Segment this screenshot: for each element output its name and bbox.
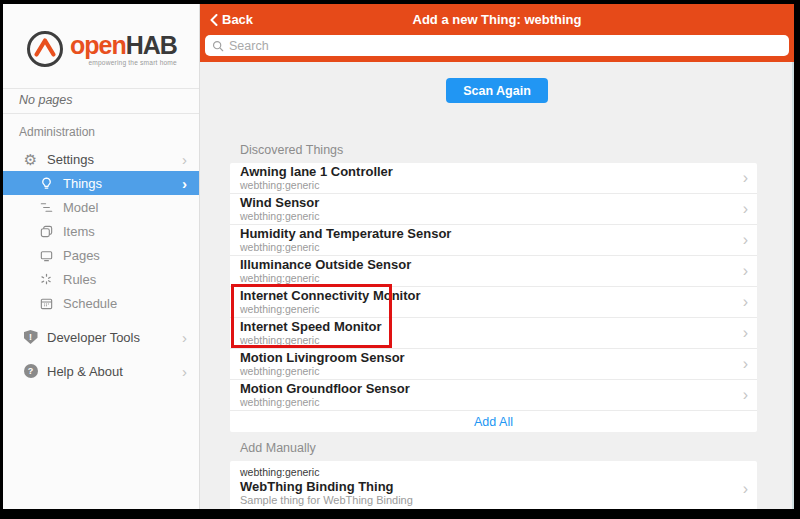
- sidebar-item-developer-tools[interactable]: ! Developer Tools ›: [3, 325, 199, 349]
- chevron-right-icon: ›: [743, 170, 748, 186]
- discovered-things-list: Awning lane 1 Controller webthing:generi…: [230, 163, 757, 432]
- discovered-thing-row[interactable]: Internet Connectivity Monitor webthing:g…: [230, 287, 757, 318]
- thing-title: WebThing Binding Thing: [240, 479, 727, 494]
- logo-tagline: empowering the smart home: [70, 59, 177, 66]
- discovered-thing-row[interactable]: Wind Sensor webthing:generic ›: [230, 194, 757, 225]
- gear-icon: ⚙: [22, 152, 39, 167]
- thing-type: webthing:generic: [240, 303, 727, 315]
- chevron-right-icon: ›: [743, 201, 748, 217]
- chevron-right-icon: ›: [743, 232, 748, 248]
- sidebar-item-label: Model: [63, 200, 187, 215]
- search-icon: [212, 40, 224, 52]
- back-label: Back: [222, 12, 253, 27]
- search-input[interactable]: [229, 39, 782, 53]
- sidebar-item-label: Rules: [63, 272, 187, 287]
- thing-description: Sample thing for WebThing Binding: [240, 494, 727, 507]
- page-title: Add a new Thing: webthing: [200, 12, 794, 27]
- thing-title: Internet Connectivity Monitor: [240, 289, 727, 303]
- back-button[interactable]: Back: [210, 12, 253, 27]
- openhab-logo: openHAB empowering the smart home: [3, 4, 199, 88]
- scan-again-button[interactable]: Scan Again: [446, 78, 548, 103]
- thing-type: webthing:generic: [240, 272, 727, 284]
- search-box[interactable]: [205, 35, 789, 56]
- search-bar: [200, 35, 794, 62]
- thing-title: Humidity and Temperature Sensor: [240, 227, 727, 241]
- app-window: openHAB empowering the smart home No pag…: [3, 4, 794, 509]
- discovered-thing-row[interactable]: Motion Livingroom Sensor webthing:generi…: [230, 349, 757, 380]
- thing-title: Wind Sensor: [240, 196, 727, 210]
- sidebar-item-schedule[interactable]: Schedule: [3, 291, 199, 315]
- add-manually-list: webthing:generic WebThing Binding Thing …: [230, 461, 757, 509]
- layers-icon: [38, 224, 55, 239]
- chevron-right-icon: ›: [182, 330, 187, 345]
- discovered-thing-row[interactable]: Motion Groundfloor Sensor webthing:gener…: [230, 380, 757, 411]
- sidebar-item-label: Schedule: [63, 296, 187, 311]
- openhab-logo-icon: [25, 29, 65, 69]
- sidebar-item-model[interactable]: Model: [3, 195, 199, 219]
- chevron-right-icon: ›: [743, 294, 748, 310]
- content-area: Scan Again Discovered Things Awning lane…: [200, 62, 794, 509]
- monitor-icon: [38, 248, 55, 263]
- sidebar-item-settings[interactable]: ⚙ Settings ›: [3, 147, 199, 171]
- sidebar: openHAB empowering the smart home No pag…: [3, 4, 200, 509]
- chevron-right-icon: ›: [182, 364, 187, 379]
- thing-type: webthing:generic: [240, 365, 727, 377]
- add-all-button[interactable]: Add All: [230, 411, 757, 432]
- sidebar-item-things[interactable]: Things ›: [3, 171, 199, 195]
- sidebar-item-label: Developer Tools: [47, 330, 182, 345]
- page-header: Back Add a new Thing: webthing: [200, 4, 794, 62]
- chevron-right-icon: ›: [743, 263, 748, 279]
- model-tree-icon: [38, 200, 55, 215]
- thing-type: webthing:generic: [240, 179, 727, 191]
- no-pages-placeholder: No pages: [3, 88, 199, 114]
- sparkle-icon: [38, 272, 55, 287]
- thing-title: Awning lane 1 Controller: [240, 165, 727, 179]
- question-icon: ?: [22, 364, 39, 378]
- calendar-icon: [38, 296, 55, 311]
- add-manually-section-label: Add Manually: [240, 441, 757, 455]
- chevron-right-icon: ›: [743, 481, 748, 497]
- shield-icon: !: [22, 330, 39, 344]
- main-panel: Back Add a new Thing: webthing Scan Agai…: [200, 4, 794, 509]
- sidebar-item-label: Pages: [63, 248, 187, 263]
- openhab-wordmark: openHAB empowering the smart home: [70, 33, 177, 66]
- thing-type: webthing:generic: [240, 334, 727, 346]
- chevron-right-icon: ›: [182, 152, 187, 167]
- thing-title: Internet Speed Monitor: [240, 320, 727, 334]
- thing-type: webthing:generic: [240, 396, 727, 408]
- sidebar-item-help-about[interactable]: ? Help & About ›: [3, 359, 199, 383]
- sidebar-item-rules[interactable]: Rules: [3, 267, 199, 291]
- menu-spacer: [3, 349, 199, 359]
- thing-type: webthing:generic: [240, 241, 727, 253]
- logo-word-open: open: [70, 31, 126, 59]
- manual-thing-row[interactable]: webthing:generic WebThing Binding Thing …: [230, 461, 757, 509]
- thing-title: Motion Livingroom Sensor: [240, 351, 727, 365]
- thing-type: webthing:generic: [240, 210, 727, 222]
- sidebar-item-label: Settings: [47, 152, 182, 167]
- sidebar-item-items[interactable]: Items: [3, 219, 199, 243]
- lightbulb-icon: [38, 176, 55, 191]
- sidebar-menu: ⚙ Settings › Things ›: [3, 147, 199, 383]
- sidebar-item-label: Help & About: [47, 364, 182, 379]
- discovered-thing-row[interactable]: Illuminance Outside Sensor webthing:gene…: [230, 256, 757, 287]
- discovered-things-section-label: Discovered Things: [240, 143, 757, 157]
- administration-section-label: Administration: [3, 114, 199, 147]
- menu-spacer: [3, 315, 199, 325]
- sidebar-item-label: Items: [63, 224, 187, 239]
- discovered-thing-row[interactable]: Awning lane 1 Controller webthing:generi…: [230, 163, 757, 194]
- chevron-right-icon: ›: [743, 325, 748, 341]
- discovered-thing-row[interactable]: Internet Speed Monitor webthing:generic …: [230, 318, 757, 349]
- logo-word-hab: HAB: [126, 31, 177, 59]
- thing-title: Illuminance Outside Sensor: [240, 258, 727, 272]
- back-chevron-icon: [210, 14, 218, 26]
- sidebar-item-label: Things: [63, 176, 182, 191]
- discovered-thing-row[interactable]: Humidity and Temperature Sensor webthing…: [230, 225, 757, 256]
- thing-title: Motion Groundfloor Sensor: [240, 382, 727, 396]
- chevron-right-icon: ›: [743, 387, 748, 403]
- sidebar-item-pages[interactable]: Pages: [3, 243, 199, 267]
- chevron-right-icon: ›: [182, 176, 187, 191]
- chevron-right-icon: ›: [743, 356, 748, 372]
- navbar: Back Add a new Thing: webthing: [200, 4, 794, 35]
- window-edge: [792, 62, 794, 509]
- thing-type: webthing:generic: [240, 466, 727, 479]
